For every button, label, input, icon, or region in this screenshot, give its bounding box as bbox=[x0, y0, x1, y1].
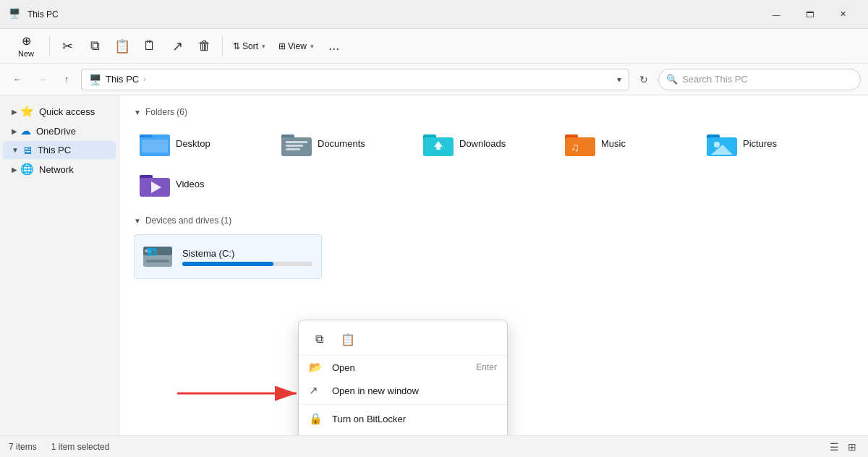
drive-name: Sistema (C:) bbox=[182, 248, 312, 259]
folder-item-music[interactable]: ♫ Music bbox=[559, 126, 689, 161]
titlebar-icon: 🖥️ bbox=[9, 8, 22, 21]
ctx-open-new-window-icon: ↗ bbox=[309, 384, 325, 397]
ctx-item-open[interactable]: 📂 Open Enter bbox=[299, 356, 507, 379]
search-icon: 🔍 bbox=[666, 74, 678, 85]
toolbar-separator-2 bbox=[222, 36, 223, 56]
more-label: ... bbox=[328, 38, 339, 54]
folder-item-downloads[interactable]: Downloads bbox=[417, 126, 548, 161]
sort-button[interactable]: ⇅ Sort ▾ bbox=[227, 32, 271, 61]
drive-bar-bg bbox=[182, 262, 312, 266]
sort-icon: ⇅ bbox=[233, 41, 240, 51]
context-menu-top-icons: ⧉ 📋 bbox=[299, 323, 507, 356]
this-pc-icon: 🖥 bbox=[22, 144, 33, 156]
folder-item-pictures[interactable]: Pictures bbox=[701, 126, 831, 161]
close-button[interactable]: ✕ bbox=[826, 3, 859, 26]
svg-point-18 bbox=[714, 142, 720, 148]
ctx-item-bitlocker[interactable]: 🔒 Turn on BitLocker bbox=[299, 407, 507, 430]
search-box[interactable]: 🔍 Search This PC bbox=[658, 69, 861, 90]
folders-section-header[interactable]: ▼ Folders (6) bbox=[134, 107, 854, 117]
svg-rect-8 bbox=[286, 148, 300, 150]
address-box[interactable]: 🖥️ This PC › ▾ bbox=[81, 69, 629, 90]
statusbar-items: 7 items bbox=[9, 442, 37, 452]
svg-rect-12 bbox=[436, 147, 441, 150]
drive-icon-c bbox=[140, 239, 175, 274]
paste-button[interactable]: 📋 bbox=[109, 33, 135, 59]
onedrive-icon: ☁ bbox=[20, 124, 31, 137]
view-caret: ▾ bbox=[310, 43, 314, 50]
folder-item-documents[interactable]: Documents bbox=[276, 126, 406, 161]
folder-name-documents: Documents bbox=[318, 138, 365, 149]
ctx-item-open-new-window[interactable]: ↗ Open in new window bbox=[299, 379, 507, 402]
drive-item-c[interactable]: Sistema (C:) bbox=[134, 234, 322, 279]
ctx-copy-icon-btn[interactable]: ⧉ bbox=[306, 328, 332, 351]
statusbar: 7 items 1 item selected ☰ ⊞ bbox=[0, 435, 868, 457]
sort-label: Sort bbox=[242, 41, 258, 51]
drives-section-header[interactable]: ▼ Devices and drives (1) bbox=[134, 215, 854, 226]
toolbar-separator-1 bbox=[49, 36, 50, 56]
svg-rect-3 bbox=[142, 140, 168, 153]
sidebar-item-onedrive[interactable]: ▶ ☁ OneDrive bbox=[3, 121, 116, 140]
ctx-open-shortcut: Enter bbox=[476, 362, 497, 372]
svg-rect-27 bbox=[148, 248, 152, 252]
folder-item-videos[interactable]: Videos bbox=[134, 166, 264, 201]
folder-item-desktop[interactable]: Desktop bbox=[134, 126, 264, 161]
sidebar-item-label: Network bbox=[39, 164, 74, 175]
new-icon: ⊕ bbox=[22, 34, 31, 48]
sidebar-item-label: This PC bbox=[38, 145, 71, 155]
delete-button[interactable]: 🗑 bbox=[192, 33, 218, 59]
statusbar-grid-view-btn[interactable]: ⊞ bbox=[845, 440, 859, 454]
folders-grid: Desktop Documents bbox=[134, 126, 854, 201]
titlebar-controls: — 🗖 ✕ bbox=[760, 3, 859, 26]
sidebar-item-quick-access[interactable]: ▶ ⭐ Quick access bbox=[3, 102, 116, 121]
forward-button[interactable]: → bbox=[32, 69, 52, 90]
up-button[interactable]: ↑ bbox=[56, 69, 77, 90]
addressbar: ← → ↑ 🖥️ This PC › ▾ ↻ 🔍 Search This PC bbox=[0, 64, 868, 95]
refresh-button[interactable]: ↻ bbox=[634, 69, 654, 90]
view-icon: ⊞ bbox=[278, 41, 286, 51]
rename-button[interactable]: 🗒 bbox=[137, 33, 163, 59]
address-dropdown-button[interactable]: ▾ bbox=[617, 74, 621, 85]
sidebar-item-this-pc[interactable]: ▼ 🖥 This PC bbox=[3, 141, 116, 159]
minimize-button[interactable]: — bbox=[760, 3, 793, 26]
folder-icon-videos bbox=[140, 171, 170, 197]
more-button[interactable]: ... bbox=[321, 33, 347, 59]
svg-rect-29 bbox=[153, 248, 157, 252]
this-pc-chevron: ▼ bbox=[12, 146, 19, 154]
drives-chevron: ▼ bbox=[134, 217, 141, 225]
network-chevron: ▶ bbox=[12, 166, 17, 174]
new-label: New bbox=[18, 49, 34, 58]
maximize-button[interactable]: 🗖 bbox=[793, 3, 826, 26]
folder-icon-pictures bbox=[707, 130, 737, 156]
sidebar: ▶ ⭐ Quick access ▶ ☁ OneDrive ▼ 🖥 This P… bbox=[0, 95, 119, 435]
back-button[interactable]: ← bbox=[7, 69, 27, 90]
drive-info: Sistema (C:) bbox=[182, 248, 312, 266]
sidebar-item-network[interactable]: ▶ 🌐 Network bbox=[3, 160, 116, 179]
titlebar: 🖥️ This PC — 🗖 ✕ bbox=[0, 0, 868, 29]
drive-bar-fill bbox=[182, 262, 273, 266]
folder-icon-documents bbox=[281, 130, 312, 156]
new-button[interactable]: ⊕ New bbox=[7, 32, 45, 61]
share-button[interactable]: ↗ bbox=[164, 33, 190, 59]
svg-rect-30 bbox=[153, 252, 157, 256]
content-area: ▼ Folders (6) Desktop bbox=[119, 95, 868, 435]
copy-button[interactable]: ⧉ bbox=[82, 33, 108, 59]
context-menu: ⧉ 📋 📂 Open Enter ↗ Open in new window 🔒 … bbox=[298, 320, 508, 435]
view-button[interactable]: ⊞ View ▾ bbox=[273, 32, 320, 61]
search-placeholder: Search This PC bbox=[682, 74, 748, 85]
ctx-item-format[interactable]: 💾 Format... bbox=[299, 430, 507, 435]
cut-button[interactable]: ✂ bbox=[54, 33, 80, 59]
ctx-paste-icon-btn[interactable]: 📋 bbox=[335, 328, 361, 351]
sidebar-item-label: Quick access bbox=[39, 106, 95, 117]
folder-name-downloads: Downloads bbox=[459, 138, 506, 149]
sort-caret: ▾ bbox=[262, 43, 265, 50]
folder-name-desktop: Desktop bbox=[176, 138, 210, 149]
statusbar-selected: 1 item selected bbox=[51, 442, 110, 452]
statusbar-list-view-btn[interactable]: ☰ bbox=[827, 440, 842, 454]
toolbar: ⊕ New ✂ ⧉ 📋 🗒 ↗ 🗑 ⇅ Sort ▾ ⊞ View ▾ ... bbox=[0, 29, 868, 64]
ctx-separator-1 bbox=[299, 404, 507, 405]
svg-rect-26 bbox=[146, 260, 169, 262]
address-icon: 🖥️ bbox=[89, 74, 101, 85]
view-label: View bbox=[288, 41, 307, 51]
network-icon: 🌐 bbox=[20, 163, 34, 176]
folder-icon-music: ♫ bbox=[565, 130, 595, 156]
